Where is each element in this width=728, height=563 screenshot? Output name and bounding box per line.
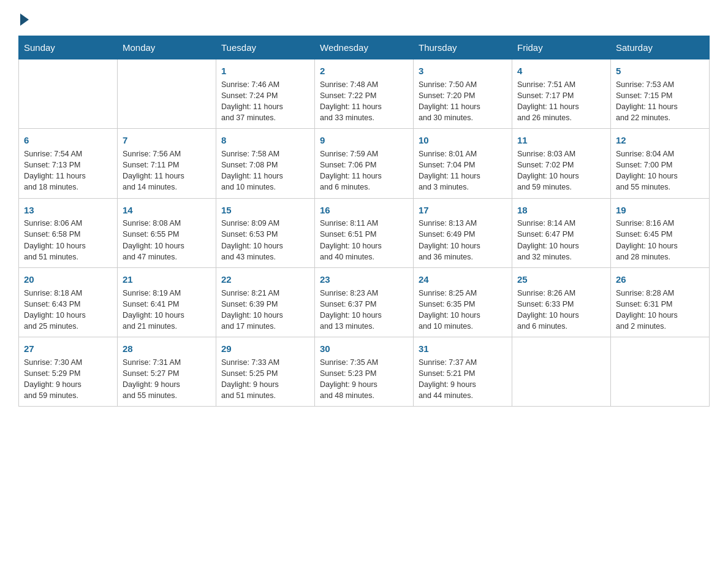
day-number: 16 (320, 204, 408, 217)
day-info: Sunrise: 8:25 AM Sunset: 6:35 PM Dayligh… (419, 288, 507, 332)
calendar-cell: 13Sunrise: 8:06 AM Sunset: 6:58 PM Dayli… (19, 198, 118, 267)
day-info: Sunrise: 8:26 AM Sunset: 6:33 PM Dayligh… (517, 288, 605, 332)
day-number: 22 (221, 273, 309, 286)
day-info: Sunrise: 8:28 AM Sunset: 6:31 PM Dayligh… (616, 288, 704, 332)
calendar-cell: 4Sunrise: 7:51 AM Sunset: 7:17 PM Daylig… (512, 59, 611, 129)
day-number: 18 (517, 204, 605, 217)
day-number: 19 (616, 204, 704, 217)
weekday-header-tuesday: Tuesday (216, 36, 315, 59)
calendar-week-row: 20Sunrise: 8:18 AM Sunset: 6:43 PM Dayli… (19, 267, 710, 337)
day-number: 26 (616, 273, 704, 286)
day-info: Sunrise: 7:35 AM Sunset: 5:23 PM Dayligh… (320, 357, 408, 402)
day-number: 6 (24, 134, 112, 147)
calendar-cell: 5Sunrise: 7:53 AM Sunset: 7:15 PM Daylig… (611, 59, 710, 129)
day-info: Sunrise: 7:37 AM Sunset: 5:21 PM Dayligh… (419, 357, 507, 402)
day-info: Sunrise: 8:16 AM Sunset: 6:45 PM Dayligh… (616, 218, 704, 262)
day-info: Sunrise: 7:54 AM Sunset: 7:13 PM Dayligh… (24, 148, 112, 193)
day-number: 25 (517, 273, 605, 286)
day-info: Sunrise: 8:18 AM Sunset: 6:43 PM Dayligh… (24, 288, 112, 332)
day-number: 15 (221, 204, 309, 217)
calendar-week-row: 27Sunrise: 7:30 AM Sunset: 5:29 PM Dayli… (19, 337, 710, 407)
day-info: Sunrise: 7:51 AM Sunset: 7:17 PM Dayligh… (517, 79, 605, 124)
calendar-week-row: 1Sunrise: 7:46 AM Sunset: 7:24 PM Daylig… (19, 59, 710, 129)
day-info: Sunrise: 8:13 AM Sunset: 6:49 PM Dayligh… (419, 218, 507, 262)
calendar-cell: 23Sunrise: 8:23 AM Sunset: 6:37 PM Dayli… (315, 267, 414, 337)
calendar-cell: 27Sunrise: 7:30 AM Sunset: 5:29 PM Dayli… (19, 337, 118, 407)
calendar-cell: 1Sunrise: 7:46 AM Sunset: 7:24 PM Daylig… (216, 59, 315, 129)
day-info: Sunrise: 7:58 AM Sunset: 7:08 PM Dayligh… (221, 148, 309, 193)
calendar-cell: 29Sunrise: 7:33 AM Sunset: 5:25 PM Dayli… (216, 337, 315, 407)
day-number: 31 (419, 342, 507, 356)
page-header (18, 12, 710, 23)
calendar-cell (19, 59, 118, 129)
calendar-cell: 2Sunrise: 7:48 AM Sunset: 7:22 PM Daylig… (315, 59, 414, 129)
calendar-week-row: 13Sunrise: 8:06 AM Sunset: 6:58 PM Dayli… (19, 198, 710, 267)
day-info: Sunrise: 7:53 AM Sunset: 7:15 PM Dayligh… (616, 79, 704, 124)
calendar-cell: 6Sunrise: 7:54 AM Sunset: 7:13 PM Daylig… (19, 129, 118, 198)
day-number: 1 (221, 64, 309, 78)
day-number: 17 (419, 204, 507, 217)
calendar-cell (118, 59, 216, 129)
calendar-cell: 22Sunrise: 8:21 AM Sunset: 6:39 PM Dayli… (216, 267, 315, 337)
calendar-cell: 16Sunrise: 8:11 AM Sunset: 6:51 PM Dayli… (315, 198, 414, 267)
day-info: Sunrise: 7:46 AM Sunset: 7:24 PM Dayligh… (221, 79, 309, 124)
calendar-week-row: 6Sunrise: 7:54 AM Sunset: 7:13 PM Daylig… (19, 129, 710, 198)
weekday-header-saturday: Saturday (611, 36, 710, 59)
day-number: 8 (221, 134, 309, 147)
day-number: 11 (517, 134, 605, 147)
day-info: Sunrise: 8:01 AM Sunset: 7:04 PM Dayligh… (419, 148, 507, 193)
day-number: 13 (24, 204, 112, 217)
day-info: Sunrise: 8:11 AM Sunset: 6:51 PM Dayligh… (320, 218, 408, 262)
logo-arrow-icon (20, 13, 29, 26)
calendar-cell: 14Sunrise: 8:08 AM Sunset: 6:55 PM Dayli… (118, 198, 216, 267)
day-info: Sunrise: 8:03 AM Sunset: 7:02 PM Dayligh… (517, 148, 605, 193)
calendar-cell: 19Sunrise: 8:16 AM Sunset: 6:45 PM Dayli… (611, 198, 710, 267)
weekday-header-wednesday: Wednesday (315, 36, 414, 59)
calendar-cell: 7Sunrise: 7:56 AM Sunset: 7:11 PM Daylig… (118, 129, 216, 198)
calendar-cell: 24Sunrise: 8:25 AM Sunset: 6:35 PM Dayli… (414, 267, 512, 337)
day-number: 5 (616, 64, 704, 78)
day-number: 7 (123, 134, 211, 147)
day-number: 2 (320, 64, 408, 78)
day-number: 23 (320, 273, 408, 286)
calendar-cell (611, 337, 710, 407)
calendar-cell: 9Sunrise: 7:59 AM Sunset: 7:06 PM Daylig… (315, 129, 414, 198)
calendar-cell (512, 337, 611, 407)
calendar-header: SundayMondayTuesdayWednesdayThursdayFrid… (19, 36, 710, 59)
day-info: Sunrise: 7:33 AM Sunset: 5:25 PM Dayligh… (221, 357, 309, 402)
day-number: 27 (24, 342, 112, 356)
day-info: Sunrise: 7:31 AM Sunset: 5:27 PM Dayligh… (123, 357, 211, 402)
weekday-header-friday: Friday (512, 36, 611, 59)
day-number: 9 (320, 134, 408, 147)
day-info: Sunrise: 7:56 AM Sunset: 7:11 PM Dayligh… (123, 148, 211, 193)
calendar-cell: 30Sunrise: 7:35 AM Sunset: 5:23 PM Dayli… (315, 337, 414, 407)
day-number: 4 (517, 64, 605, 78)
day-info: Sunrise: 8:23 AM Sunset: 6:37 PM Dayligh… (320, 288, 408, 332)
day-info: Sunrise: 8:09 AM Sunset: 6:53 PM Dayligh… (221, 218, 309, 262)
calendar-cell: 8Sunrise: 7:58 AM Sunset: 7:08 PM Daylig… (216, 129, 315, 198)
calendar-cell: 10Sunrise: 8:01 AM Sunset: 7:04 PM Dayli… (414, 129, 512, 198)
calendar-cell: 20Sunrise: 8:18 AM Sunset: 6:43 PM Dayli… (19, 267, 118, 337)
weekday-header-row: SundayMondayTuesdayWednesdayThursdayFrid… (19, 36, 710, 59)
day-number: 12 (616, 134, 704, 147)
day-info: Sunrise: 8:19 AM Sunset: 6:41 PM Dayligh… (123, 288, 211, 332)
day-info: Sunrise: 7:59 AM Sunset: 7:06 PM Dayligh… (320, 148, 408, 193)
weekday-header-monday: Monday (118, 36, 216, 59)
day-info: Sunrise: 7:50 AM Sunset: 7:20 PM Dayligh… (419, 79, 507, 124)
calendar-table: SundayMondayTuesdayWednesdayThursdayFrid… (18, 36, 710, 407)
calendar-cell: 11Sunrise: 8:03 AM Sunset: 7:02 PM Dayli… (512, 129, 611, 198)
day-info: Sunrise: 7:30 AM Sunset: 5:29 PM Dayligh… (24, 357, 112, 402)
day-number: 14 (123, 204, 211, 217)
day-number: 28 (123, 342, 211, 356)
calendar-cell: 31Sunrise: 7:37 AM Sunset: 5:21 PM Dayli… (414, 337, 512, 407)
day-number: 24 (419, 273, 507, 286)
calendar-cell: 21Sunrise: 8:19 AM Sunset: 6:41 PM Dayli… (118, 267, 216, 337)
calendar-cell: 18Sunrise: 8:14 AM Sunset: 6:47 PM Dayli… (512, 198, 611, 267)
calendar-cell: 3Sunrise: 7:50 AM Sunset: 7:20 PM Daylig… (414, 59, 512, 129)
day-number: 30 (320, 342, 408, 356)
day-number: 10 (419, 134, 507, 147)
day-number: 20 (24, 273, 112, 286)
weekday-header-thursday: Thursday (414, 36, 512, 59)
calendar-cell: 25Sunrise: 8:26 AM Sunset: 6:33 PM Dayli… (512, 267, 611, 337)
day-info: Sunrise: 8:21 AM Sunset: 6:39 PM Dayligh… (221, 288, 309, 332)
